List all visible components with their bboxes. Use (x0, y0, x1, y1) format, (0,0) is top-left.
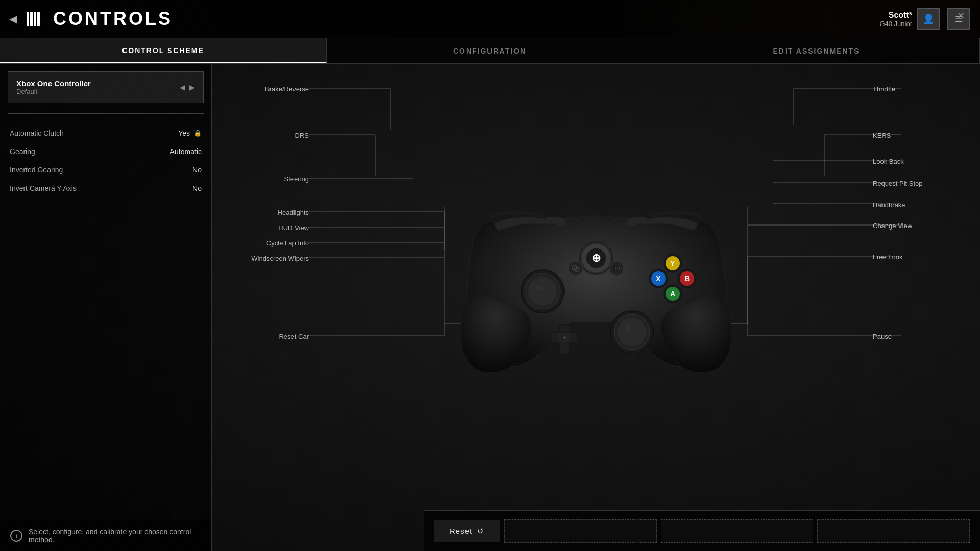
label-request-pit-stop: Request Pit Stop (873, 180, 923, 187)
scheme-arrows[interactable]: ◀ ▶ (180, 83, 195, 91)
label-steering: Steering (284, 175, 309, 183)
sidebar: Xbox One Controller Default ◀ ▶ Automati… (0, 64, 212, 551)
scheme-arrow-left[interactable]: ◀ (180, 83, 185, 91)
svg-point-39 (536, 285, 542, 291)
svg-rect-3 (37, 12, 40, 26)
label-free-look: Free Look (873, 253, 903, 261)
header: ◀ CONTROLS Scott* G40 Junior 👤 (0, 0, 980, 38)
setting-value-inverted-gearing: No (192, 166, 202, 174)
svg-text:⊕: ⊕ (592, 252, 601, 264)
scheme-arrow-right[interactable]: ▶ (189, 83, 195, 91)
back-button[interactable]: ◀ (0, 0, 26, 38)
svg-text:Y: Y (670, 259, 675, 267)
label-kers: KERS (873, 132, 891, 139)
label-windscreen-wipers: Windscreen Wipers (251, 255, 309, 262)
setting-inverted-gearing[interactable]: Inverted Gearing No (8, 161, 204, 179)
svg-point-38 (528, 277, 557, 306)
label-throttle: Throttle (873, 85, 895, 93)
setting-invert-camera-y[interactable]: Invert Camera Y Axis No (8, 179, 204, 197)
svg-rect-0 (27, 12, 29, 26)
svg-point-43 (625, 325, 631, 332)
setting-label-automatic-clutch: Automatic Clutch (10, 129, 64, 137)
setting-label-gearing: Gearing (10, 147, 35, 156)
close-button[interactable]: ✕ (957, 10, 965, 21)
setting-value-automatic-clutch: Yes 🔒 (178, 129, 202, 137)
tabs-container: CONTROL SCHEME CONFIGURATION EDIT ASSIGN… (0, 38, 980, 64)
label-change-view: Change View (873, 222, 912, 230)
setting-label-invert-camera-y: Invert Camera Y Axis (10, 184, 77, 192)
setting-gearing[interactable]: Gearing Automatic (8, 142, 204, 161)
label-drs: DRS (295, 132, 309, 139)
page-title: CONTROLS (53, 8, 173, 30)
label-brake-reverse: Brake/Reverse (265, 85, 309, 93)
label-cycle-lap-info: Cycle Lap Info (266, 239, 309, 247)
svg-rect-2 (34, 12, 36, 26)
svg-point-53 (569, 261, 583, 276)
svg-text:A: A (670, 290, 675, 298)
avatar: 👤 (917, 8, 940, 30)
reset-icon: ↺ (477, 527, 484, 536)
info-text: Select, configure, and calibrate your ch… (29, 528, 201, 544)
label-headlights: Headlights (278, 209, 309, 216)
setting-label-inverted-gearing: Inverted Gearing (10, 166, 63, 174)
user-subtitle: G40 Junior (879, 20, 912, 28)
label-reset-car: Reset Car (279, 333, 309, 340)
controller-image: ⊕ (443, 179, 749, 395)
label-pause: Pause (873, 333, 892, 340)
main-content: Brake/Reverse DRS Steering Headlights HU… (212, 64, 980, 551)
bottom-bar: Reset ↺ (424, 510, 980, 551)
label-handbrake: Handbrake (873, 201, 905, 209)
info-icon: i (10, 530, 22, 542)
scheme-selector[interactable]: Xbox One Controller Default ◀ ▶ (8, 71, 204, 103)
tab-edit-assignments[interactable]: EDIT ASSIGNMENTS (653, 38, 980, 63)
reset-label: Reset (450, 527, 472, 535)
svg-point-42 (618, 318, 646, 346)
app-logo (26, 8, 47, 30)
tab-control-scheme[interactable]: CONTROL SCHEME (0, 38, 327, 63)
empty-slot-2 (661, 519, 814, 543)
scheme-sub: Default (16, 88, 180, 95)
setting-value-gearing: Automatic (170, 147, 202, 156)
svg-text:B: B (684, 274, 689, 283)
svg-rect-1 (30, 12, 33, 26)
reset-button[interactable]: Reset ↺ (434, 520, 500, 542)
label-hud-view: HUD View (278, 224, 309, 232)
lock-icon: 🔒 (194, 130, 202, 137)
user-info: Scott* G40 Junior 👤 (879, 8, 940, 30)
label-look-back: Look Back (873, 158, 904, 165)
empty-slot-3 (817, 519, 970, 543)
setting-automatic-clutch[interactable]: Automatic Clutch Yes 🔒 (8, 124, 204, 142)
scheme-name: Xbox One Controller (16, 79, 180, 88)
svg-text:+: + (563, 335, 566, 340)
svg-text:X: X (656, 274, 661, 283)
username: Scott* (879, 11, 912, 20)
tab-configuration[interactable]: CONFIGURATION (327, 38, 653, 63)
setting-value-invert-camera-y: No (192, 184, 202, 192)
empty-slot-1 (504, 519, 657, 543)
